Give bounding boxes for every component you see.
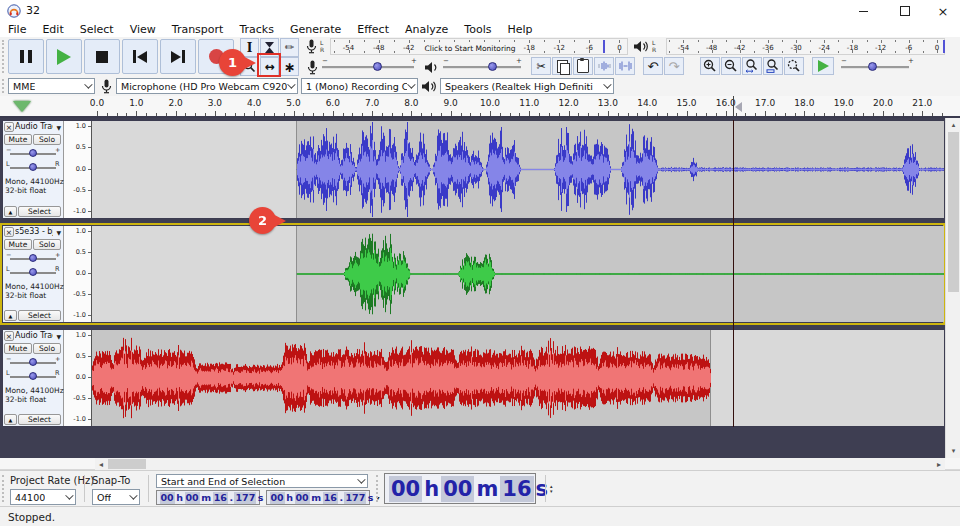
fit-selection-button[interactable]: [742, 57, 762, 75]
track-3-mute-button[interactable]: Mute: [4, 343, 32, 354]
track-3-select-button[interactable]: Select: [18, 414, 61, 425]
playback-volume-slider[interactable]: [443, 62, 521, 72]
track-3-menu-icon[interactable]: ▼: [56, 333, 61, 340]
track-1-mute-button[interactable]: Mute: [4, 134, 32, 145]
track-1-collapse-button[interactable]: ▲: [4, 206, 17, 217]
track-2-collapse-button[interactable]: ▲: [4, 310, 17, 321]
horizontal-scrollbar-thumb[interactable]: [108, 459, 146, 469]
track-3-solo-button[interactable]: Solo: [33, 343, 61, 354]
menu-item-effect[interactable]: Effect: [349, 22, 397, 37]
horizontal-scrollbar[interactable]: ◂ ▸: [95, 458, 945, 470]
selection-mode-select[interactable]: Start and End of Selection: [156, 474, 368, 488]
menu-item-help[interactable]: Help: [499, 22, 540, 37]
menu-item-file[interactable]: File: [0, 22, 34, 37]
track-2-menu-icon[interactable]: ▼: [56, 229, 61, 236]
device-toolbar-grabber[interactable]: [2, 79, 6, 93]
zoom-out-button[interactable]: [721, 57, 741, 75]
project-rate-select[interactable]: 44100: [10, 489, 76, 505]
track-1-name[interactable]: Audio Track: [15, 122, 53, 131]
timeline-ruler[interactable]: -1.00.01.02.03.04.05.06.07.08.09.010.011…: [90, 96, 943, 116]
track-2-wave-area[interactable]: [92, 226, 944, 322]
playback-volume-thumb[interactable]: [488, 62, 497, 71]
audio-host-select[interactable]: MME: [8, 78, 95, 94]
toolbar-grabber[interactable]: [2, 40, 6, 73]
undo-button[interactable]: ↶: [643, 57, 663, 75]
timer-grabber[interactable]: [376, 475, 380, 502]
play-button[interactable]: [46, 39, 82, 74]
recording-meter[interactable]: -54-48-42-18-12-60Click to Start Monitor…: [330, 38, 628, 55]
playback-device-select[interactable]: Speakers (Realtek High Definiti: [440, 78, 614, 94]
track-1-close-button[interactable]: ×: [4, 122, 14, 132]
menu-item-select[interactable]: Select: [72, 22, 122, 37]
track-3-gain-slider[interactable]: [10, 358, 56, 367]
track-1-wave-area[interactable]: [92, 121, 944, 218]
selection-end-field[interactable]: 00h00m16.177s▾: [266, 490, 370, 505]
recording-channels-select[interactable]: 1 (Mono) Recording Chann: [301, 78, 418, 94]
waveform-canvas[interactable]: [92, 330, 944, 426]
menu-item-generate[interactable]: Generate: [282, 22, 349, 37]
track-3-close-button[interactable]: ×: [4, 331, 14, 341]
scroll-right-icon[interactable]: ▸: [933, 458, 945, 470]
track-2-select-button[interactable]: Select: [18, 310, 61, 321]
track-1-gain-slider[interactable]: [10, 149, 56, 158]
waveform-canvas[interactable]: [92, 226, 944, 322]
menu-item-analyze[interactable]: Analyze: [397, 22, 456, 37]
copy-button[interactable]: [552, 57, 572, 75]
skip-to-start-button[interactable]: [122, 39, 158, 74]
track-1-select-button[interactable]: Select: [18, 206, 61, 217]
multi-tool-button[interactable]: ∗: [280, 57, 299, 76]
close-button[interactable]: ×: [926, 0, 960, 22]
audio-position-display[interactable]: 00h00m16s▴▾: [384, 473, 536, 504]
recording-device-select[interactable]: Microphone (HD Pro Webcam C920): [116, 78, 298, 94]
track-1-menu-icon[interactable]: ▼: [56, 124, 61, 131]
vertical-scrollbar-thumb[interactable]: [948, 132, 959, 292]
vertical-scrollbar[interactable]: ▴ ▾: [945, 118, 960, 458]
zoom-in-button[interactable]: [700, 57, 720, 75]
menu-item-view[interactable]: View: [122, 22, 164, 37]
recording-volume-slider[interactable]: [322, 62, 414, 72]
skip-to-end-button[interactable]: [160, 39, 196, 74]
maximize-button[interactable]: [888, 0, 922, 22]
track-3-wave-area[interactable]: [92, 330, 944, 426]
waveform-canvas[interactable]: [92, 121, 944, 218]
trim-audio-button[interactable]: [594, 57, 614, 75]
snap-to-select[interactable]: Off: [92, 489, 140, 505]
track-1-solo-button[interactable]: Solo: [33, 134, 61, 145]
track-2-close-button[interactable]: ×: [4, 227, 14, 237]
track-2-solo-button[interactable]: Solo: [33, 239, 61, 250]
recording-volume-thumb[interactable]: [373, 62, 382, 71]
play-speed-slider[interactable]: [841, 62, 909, 72]
scroll-down-icon[interactable]: ▾: [946, 444, 960, 457]
zoom-toggle-button[interactable]: [784, 57, 804, 75]
draw-tool-button[interactable]: ✏: [280, 38, 299, 57]
track-3-pan-slider[interactable]: [10, 372, 56, 381]
stop-button[interactable]: [84, 39, 120, 74]
audio-track-2[interactable]: × s5e33 - bjk ▼ Mute Solo − + L R Mono, …: [2, 225, 943, 323]
scroll-up-icon[interactable]: ▴: [946, 118, 960, 131]
selbar-grabber[interactable]: [2, 475, 6, 502]
paste-button[interactable]: [573, 57, 593, 75]
timeline[interactable]: -1.00.01.02.03.04.05.06.07.08.09.010.011…: [0, 96, 960, 118]
track-2-pan-slider[interactable]: [10, 268, 56, 277]
menu-item-edit[interactable]: Edit: [34, 22, 71, 37]
track-2-name[interactable]: s5e33 - bjk: [15, 227, 53, 236]
redo-button[interactable]: ↷: [664, 57, 684, 75]
fit-project-button[interactable]: [763, 57, 783, 75]
cut-button[interactable]: ✂: [531, 57, 551, 75]
timeline-options-button[interactable]: [13, 101, 31, 112]
minimize-button[interactable]: [846, 0, 880, 22]
playback-meter[interactable]: -54-48-42-36-30-24-18-12-60: [666, 38, 945, 55]
menu-item-tools[interactable]: Tools: [456, 22, 499, 37]
audio-track-1[interactable]: × Audio Track ▼ Mute Solo − + L R Mono, …: [2, 120, 943, 219]
selection-start-field[interactable]: 00h00m16.177s▾: [156, 490, 260, 505]
track-2-mute-button[interactable]: Mute: [4, 239, 32, 250]
track-3-collapse-button[interactable]: ▲: [4, 414, 17, 425]
audio-track-3[interactable]: × Audio Track ▼ Mute Solo − + L R Mono, …: [2, 329, 943, 427]
silence-audio-button[interactable]: [615, 57, 635, 75]
menu-item-transport[interactable]: Transport: [164, 22, 232, 37]
time-spinner-icon[interactable]: ▴▾: [550, 484, 553, 494]
pause-button[interactable]: [8, 39, 44, 74]
track-3-name[interactable]: Audio Track: [15, 331, 53, 340]
play-speed-thumb[interactable]: [868, 62, 877, 71]
track-1-pan-slider[interactable]: [10, 163, 56, 172]
